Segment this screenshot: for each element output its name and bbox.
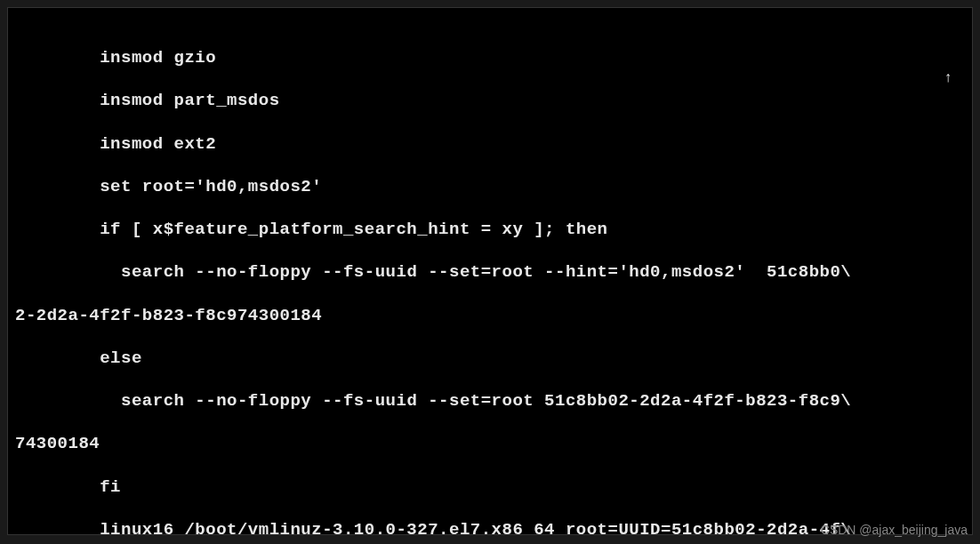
config-line: search --no-floppy --fs-uuid --set=root … (15, 390, 965, 412)
watermark-text: CSDN @ajax_beijing_java (821, 523, 968, 537)
config-line: if [ x$feature_platform_search_hint = xy… (15, 219, 965, 240)
config-line: search --no-floppy --fs-uuid --set=root … (15, 261, 965, 283)
config-line: 74300184 (15, 433, 965, 454)
config-line: set root='hd0,msdos2' (15, 176, 965, 197)
config-line: fi (15, 476, 965, 498)
grub-config-editor[interactable]: insmod gzio insmod part_msdos insmod ext… (15, 26, 965, 535)
config-line: else (15, 348, 965, 369)
config-line: insmod ext2 (15, 133, 965, 155)
config-line: insmod gzio (15, 47, 965, 68)
scroll-up-indicator: ↑ (944, 70, 952, 86)
config-line: 2-2d2a-4f2f-b823-f8c974300184 (15, 305, 965, 326)
grub-editor-window[interactable]: ↑ insmod gzio insmod part_msdos insmod e… (7, 7, 973, 535)
config-line: insmod part_msdos (15, 90, 965, 111)
